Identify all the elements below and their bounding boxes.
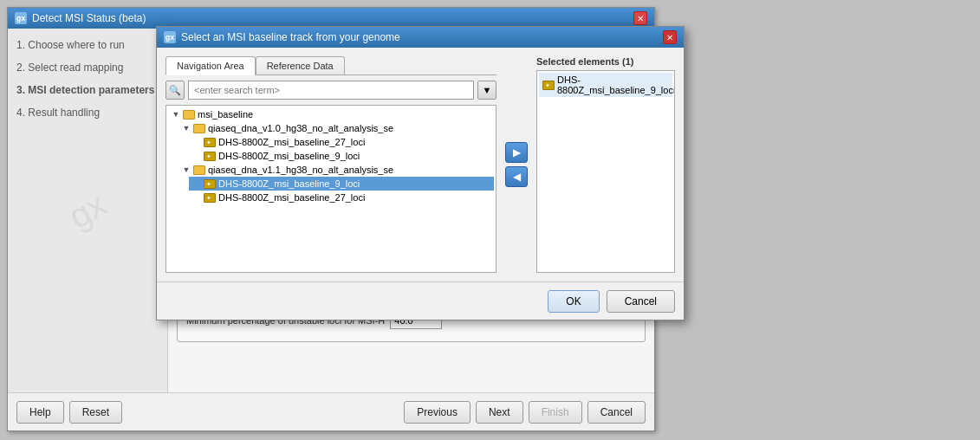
track-icon xyxy=(204,193,216,203)
search-icon-button[interactable]: 🔍 xyxy=(165,81,185,100)
add-to-selected-button[interactable]: ▶ xyxy=(505,142,528,163)
remove-from-selected-button[interactable]: ◀ xyxy=(505,166,528,187)
tree-container[interactable]: ▼ msi_baseline ▼ qiaseq_dna_v1.0_hg38_no… xyxy=(165,105,496,273)
dialog-close-button[interactable]: ✕ xyxy=(663,30,677,44)
tab-navigation-area[interactable]: Navigation Area xyxy=(165,56,256,75)
dialog-ok-button[interactable]: OK xyxy=(548,290,599,313)
folder-icon xyxy=(183,110,195,120)
help-button[interactable]: Help xyxy=(16,401,64,424)
dialog-cancel-button[interactable]: Cancel xyxy=(607,290,675,313)
tree-label: DHS-8800Z_msi_baseline_27_loci xyxy=(218,192,365,203)
sidebar-step-4[interactable]: 4. Result handling xyxy=(16,107,159,119)
expand-arrow: ▼ xyxy=(182,165,191,174)
cancel-button[interactable]: Cancel xyxy=(587,401,646,424)
tab-bar: Navigation Area Reference Data xyxy=(165,56,496,75)
tree-item-qiaseq-v10[interactable]: ▼ qiaseq_dna_v1.0_hg38_no_alt_analysis_s… xyxy=(178,121,494,135)
expand-arrow: ▼ xyxy=(172,110,180,119)
arrow-buttons: ▶ ◀ xyxy=(505,56,528,273)
track-icon xyxy=(204,138,216,147)
tree-item-qiaseq-v11[interactable]: ▼ qiaseq_dna_v1.1_hg38_no_alt_analysis_s… xyxy=(178,163,494,177)
selected-elements-title: Selected elements (1) xyxy=(536,56,675,67)
bottom-bar: Help Reset Previous Next Finish Cancel xyxy=(8,392,654,430)
tree-item-dhs-27-v11[interactable]: ▶ DHS-8800Z_msi_baseline_27_loci xyxy=(189,191,494,204)
sidebar: gx 1. Choose where to run 2. Select read… xyxy=(8,29,168,392)
sidebar-step-3[interactable]: 3. MSI detection parameters xyxy=(16,84,159,96)
tree-label: DHS-8800Z_msi_baseline_9_loci xyxy=(218,151,360,161)
dialog-body: Navigation Area Reference Data 🔍 ▼ ▼ msi… xyxy=(157,48,684,281)
navigation-panel: Navigation Area Reference Data 🔍 ▼ ▼ msi… xyxy=(165,56,496,273)
dialog-titlebar: gx Select an MSI baseline track from you… xyxy=(157,27,684,48)
tree-label: DHS-8800Z_msi_baseline_9_loci xyxy=(218,178,360,189)
dialog-footer: OK Cancel xyxy=(157,281,684,320)
app-icon: gx xyxy=(15,12,27,24)
sidebar-step-1[interactable]: 1. Choose where to run xyxy=(16,39,159,51)
next-button[interactable]: Next xyxy=(476,401,523,424)
main-close-button[interactable]: ✕ xyxy=(633,11,647,25)
search-input[interactable] xyxy=(188,81,474,100)
titlebar-left: gx Detect MSI Status (beta) xyxy=(15,12,146,24)
tree-item-dhs-9-v11-selected[interactable]: ▶ DHS-8800Z_msi_baseline_9_loci xyxy=(189,177,494,191)
main-window-title: Detect MSI Status (beta) xyxy=(32,12,146,24)
finish-button[interactable]: Finish xyxy=(529,401,582,424)
tab-reference-data[interactable]: Reference Data xyxy=(256,56,345,74)
tree-label: qiaseq_dna_v1.0_hg38_no_alt_analysis_se xyxy=(208,123,393,133)
previous-button[interactable]: Previous xyxy=(404,401,471,424)
tree-item-dhs-27-v10[interactable]: ▶ DHS-8800Z_msi_baseline_27_loci xyxy=(189,135,494,149)
selected-track-icon xyxy=(542,81,555,90)
folder-icon xyxy=(193,165,205,175)
selected-elements-panel: Selected elements (1) DHS-8800Z_msi_base… xyxy=(536,56,675,273)
tree-label: qiaseq_dna_v1.1_hg38_no_alt_analysis_se xyxy=(208,165,393,175)
sidebar-step-2[interactable]: 2. Select read mapping xyxy=(16,61,159,74)
select-baseline-dialog: gx Select an MSI baseline track from you… xyxy=(156,26,685,320)
selected-item-label: DHS-8800Z_msi_baseline_9_loci xyxy=(557,74,675,95)
folder-icon xyxy=(193,124,205,133)
tree-label: msi_baseline xyxy=(198,109,253,120)
watermark: gx xyxy=(62,184,113,236)
expand-arrow: ▼ xyxy=(182,124,191,133)
dialog-app-icon: gx xyxy=(164,31,176,43)
reset-button[interactable]: Reset xyxy=(69,401,122,424)
dialog-title: Select an MSI baseline track from your g… xyxy=(181,31,400,43)
filter-button[interactable]: ▼ xyxy=(477,81,496,100)
tree-item-dhs-9-v10[interactable]: ▶ DHS-8800Z_msi_baseline_9_loci xyxy=(189,149,494,163)
tree-label: DHS-8800Z_msi_baseline_27_loci xyxy=(218,137,365,147)
track-icon xyxy=(204,179,216,189)
selected-item-0[interactable]: DHS-8800Z_msi_baseline_9_loci xyxy=(539,73,672,97)
track-icon xyxy=(204,152,216,161)
search-bar: 🔍 ▼ xyxy=(165,81,496,100)
selected-container: DHS-8800Z_msi_baseline_9_loci xyxy=(536,70,675,273)
tree-item-msi-baseline[interactable]: ▼ msi_baseline xyxy=(168,107,494,121)
